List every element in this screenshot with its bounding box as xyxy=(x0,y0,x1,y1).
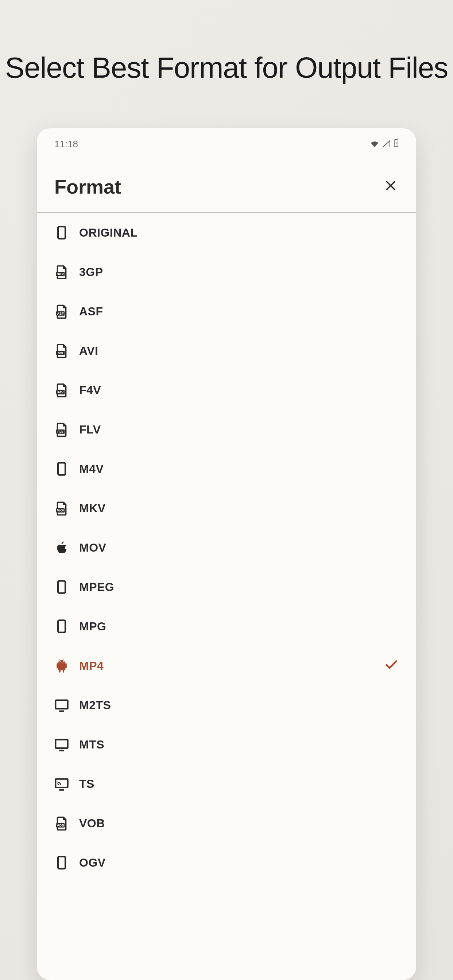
signal-icon xyxy=(382,138,391,150)
svg-rect-25 xyxy=(58,856,65,869)
phone-icon xyxy=(54,855,69,870)
format-label: MOV xyxy=(79,541,399,555)
phone-icon xyxy=(54,225,69,240)
format-label: FLV xyxy=(79,423,399,436)
format-label: F4V xyxy=(79,383,399,397)
format-item-3gp[interactable]: 3GP3GP xyxy=(54,252,399,292)
svg-rect-16 xyxy=(58,581,65,593)
phone-mockup: 11:18 Format ORIGINAL3GP3GPASFASFAVIAVIF… xyxy=(37,128,416,980)
format-label: MTS xyxy=(79,738,399,751)
format-item-m2ts[interactable]: M2TS xyxy=(54,686,399,725)
svg-text:3GP: 3GP xyxy=(57,272,64,276)
close-icon xyxy=(384,178,397,196)
format-label: M4V xyxy=(79,462,399,476)
format-label: ORIGINAL xyxy=(79,226,399,240)
status-time: 11:18 xyxy=(54,138,78,150)
apple-icon xyxy=(54,540,69,555)
format-label: TS xyxy=(79,777,399,791)
format-item-ts[interactable]: TS xyxy=(54,764,399,803)
format-item-f4v[interactable]: F4VF4V xyxy=(54,371,399,410)
format-item-mts[interactable]: MTS xyxy=(54,725,399,764)
svg-text:AVI: AVI xyxy=(57,351,63,355)
format-item-original[interactable]: ORIGINAL xyxy=(54,213,399,252)
check-icon xyxy=(384,657,399,675)
file-mkv-icon: MKV xyxy=(54,501,69,515)
svg-rect-2 xyxy=(58,226,65,239)
format-item-m4v[interactable]: M4V xyxy=(54,449,399,488)
format-item-mov[interactable]: MOV xyxy=(54,528,399,567)
status-bar: 11:18 xyxy=(37,128,416,157)
file-flv-icon: FLV xyxy=(54,422,69,437)
file-asf-icon: ASF xyxy=(54,304,69,319)
svg-rect-13 xyxy=(58,463,65,475)
monitor-icon xyxy=(54,698,69,713)
phone-icon xyxy=(54,461,69,476)
format-item-mpeg[interactable]: MPEG xyxy=(54,567,399,607)
android-icon xyxy=(54,659,69,673)
format-item-mpg[interactable]: MPG xyxy=(54,607,399,646)
format-label: MPG xyxy=(79,620,399,633)
wifi-icon xyxy=(370,138,379,150)
svg-text:MKV: MKV xyxy=(57,509,64,512)
svg-text:VOB: VOB xyxy=(57,824,64,827)
format-label: VOB xyxy=(79,817,399,830)
phone-icon xyxy=(54,619,69,634)
svg-rect-21 xyxy=(56,740,67,748)
svg-text:F4V: F4V xyxy=(57,390,64,394)
svg-rect-20 xyxy=(56,700,67,709)
file-vob-icon: VOB xyxy=(54,816,69,830)
format-list: ORIGINAL3GP3GPASFASFAVIAVIF4VF4VFLVFLVM4… xyxy=(37,213,416,882)
format-label: AVI xyxy=(79,344,399,358)
format-label: M2TS xyxy=(79,698,399,712)
battery-icon xyxy=(394,138,399,150)
format-item-asf[interactable]: ASFASF xyxy=(54,292,399,331)
file-f4v-icon: F4V xyxy=(54,383,69,398)
format-item-avi[interactable]: AVIAVI xyxy=(54,331,399,371)
format-label: MP4 xyxy=(79,659,384,673)
close-button[interactable] xyxy=(383,177,399,196)
monitor-icon xyxy=(54,737,69,752)
screen-header: Format xyxy=(37,157,416,213)
file-avi-icon: AVI xyxy=(54,344,69,358)
svg-text:ASF: ASF xyxy=(57,312,64,315)
file-3gp-icon: 3GP xyxy=(54,265,69,279)
svg-point-18 xyxy=(60,661,61,662)
format-label: 3GP xyxy=(79,266,399,279)
cast-icon xyxy=(54,776,69,791)
format-label: MKV xyxy=(79,502,399,515)
format-item-mkv[interactable]: MKVMKV xyxy=(54,488,399,528)
svg-text:FLV: FLV xyxy=(57,430,64,433)
status-icons xyxy=(370,138,399,150)
format-item-ogv[interactable]: OGV xyxy=(54,843,399,882)
format-item-mp4[interactable]: MP4 xyxy=(54,646,399,686)
format-label: MPEG xyxy=(79,581,399,594)
format-label: OGV xyxy=(79,856,399,870)
svg-point-19 xyxy=(63,661,64,662)
format-label: ASF xyxy=(79,305,399,318)
screen-title: Format xyxy=(54,175,121,198)
svg-rect-1 xyxy=(396,139,397,140)
phone-icon xyxy=(54,580,69,594)
svg-rect-17 xyxy=(58,620,65,632)
format-item-flv[interactable]: FLVFLV xyxy=(54,410,399,449)
format-item-vob[interactable]: VOBVOB xyxy=(54,803,399,843)
svg-rect-22 xyxy=(56,779,67,788)
page-title: Select Best Format for Output Files xyxy=(5,51,448,84)
